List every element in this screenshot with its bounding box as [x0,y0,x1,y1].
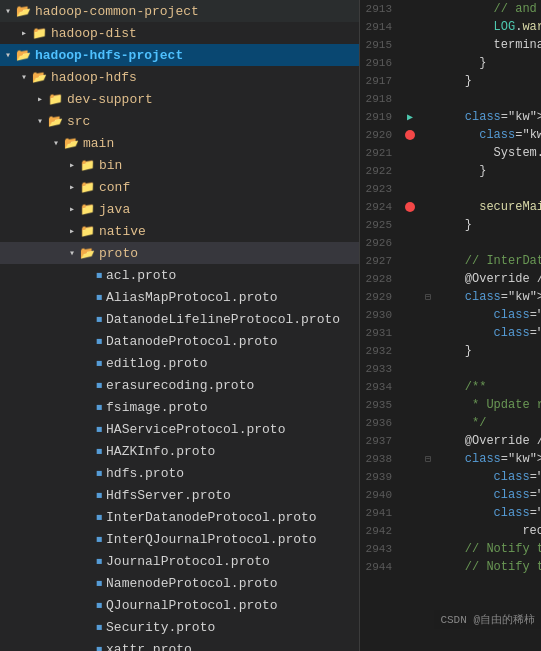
code-line: 2933 [360,360,541,378]
tree-item-DatanodeLifelineProtocol.proto[interactable]: ◼DatanodeLifelineProtocol.proto [0,308,359,330]
item-label: hadoop-common-project [35,4,199,19]
tree-item-InterDatanodeProtocol.proto[interactable]: ◼InterDatanodeProtocol.proto [0,506,359,528]
line-number: 2943 [360,543,400,555]
tree-item-bin[interactable]: ▸📁bin [0,154,359,176]
code-line: 2917 } [360,72,541,90]
line-number: 2941 [360,507,400,519]
tree-item-editlog.proto[interactable]: ◼editlog.proto [0,352,359,374]
code-text: class="kw">if (DFSUtil [436,128,541,142]
tree-item-fsimage.proto[interactable]: ◼fsimage.proto [0,396,359,418]
code-text: } [436,74,541,88]
code-text: } [436,344,541,358]
tree-item-main[interactable]: ▾📂main [0,132,359,154]
tree-item-AliasMapProtocol.proto[interactable]: ◼AliasMapProtocol.proto [0,286,359,308]
code-line: 2942 recove [360,522,541,540]
code-text: class="kw">public Replic [436,290,541,304]
code-text: // and Da [436,2,541,16]
tree-item-native[interactable]: ▸📁native [0,220,359,242]
tree-item-erasurecoding.proto[interactable]: ◼erasurecoding.proto [0,374,359,396]
tree-item-HdfsServer.proto[interactable]: ◼HdfsServer.proto [0,484,359,506]
item-label: QJournalProtocol.proto [106,598,278,613]
code-line: 2940 class="kw">throws IO [360,486,541,504]
tree-item-hadoop-hdfs-project[interactable]: ▾📂hadoop-hdfs-project [0,44,359,66]
tree-item-Security.proto[interactable]: ◼Security.proto [0,616,359,638]
folder-icon: 📂 [80,246,95,261]
code-line: 2944 // Notify to [360,558,541,576]
file-icon: ◼ [96,445,102,457]
code-text: class="kw">throws IO [436,488,541,502]
line-number: 2934 [360,381,400,393]
code-text: secureMain( [436,200,541,214]
file-icon: ◼ [96,269,102,281]
code-text: class="kw">public String [436,452,541,466]
tree-item-java[interactable]: ▸📁java [0,198,359,220]
code-line: 2939 class="kw">final lon [360,468,541,486]
tree-item-NamenodeProtocol.proto[interactable]: ◼NamenodeProtocol.proto [0,572,359,594]
code-line: 2930 class="kw">throws IO [360,306,541,324]
item-label: JournalProtocol.proto [106,554,270,569]
code-line: 2938⊟ class="kw">public String [360,450,541,468]
code-text: // Notify to [436,542,541,556]
file-icon: ◼ [96,291,102,303]
item-label: Security.proto [106,620,215,635]
line-number: 2924 [360,201,400,213]
line-number: 2931 [360,327,400,339]
line-number: 2938 [360,453,400,465]
code-line: 2931 class="kw">return dat [360,324,541,342]
tree-item-hdfs.proto[interactable]: ◼hdfs.proto [0,462,359,484]
code-line: 2919▶ class="kw">public class="kw">stati… [360,108,541,126]
arrow-icon: ▸ [16,27,32,39]
item-label: proto [99,246,138,261]
item-label: InterDatanodeProtocol.proto [106,510,317,525]
code-line: 2943 // Notify to [360,540,541,558]
code-editor: 2913 // and Da2914 LOG.warn(2915 termina… [360,0,541,651]
tree-item-proto[interactable]: ▾📂proto [0,242,359,264]
line-number: 2918 [360,93,400,105]
code-line: 2923 [360,180,541,198]
code-text: // InterDataN [436,254,541,268]
folder-icon: 📁 [80,202,95,217]
tree-item-InterQJournalProtocol.proto[interactable]: ◼InterQJournalProtocol.proto [0,528,359,550]
tree-item-acl.proto[interactable]: ◼acl.proto [0,264,359,286]
line-number: 2921 [360,147,400,159]
file-icon: ◼ [96,533,102,545]
tree-item-HAZKInfo.proto[interactable]: ◼HAZKInfo.proto [0,440,359,462]
tree-item-xattr.proto[interactable]: ◼xattr.proto [0,638,359,651]
line-number: 2919 [360,111,400,123]
file-icon: ◼ [96,401,102,413]
folder-icon: 📁 [80,224,95,239]
tree-item-DatanodeProtocol.proto[interactable]: ◼DatanodeProtocol.proto [0,330,359,352]
code-text: @Override // [436,272,541,286]
file-icon: ◼ [96,643,102,651]
tree-item-HAServiceProtocol.proto[interactable]: ◼HAServiceProtocol.proto [0,418,359,440]
arrow-icon: ▾ [0,49,16,61]
code-line: 2918 [360,90,541,108]
tree-item-hadoop-common-project[interactable]: ▾📂hadoop-common-project [0,0,359,22]
line-number: 2930 [360,309,400,321]
line-number: 2935 [360,399,400,411]
tree-item-dev-support[interactable]: ▸📁dev-support [0,88,359,110]
tree-item-hadoop-dist[interactable]: ▸📁hadoop-dist [0,22,359,44]
item-label: src [67,114,90,129]
file-icon: ◼ [96,335,102,347]
file-icon: ◼ [96,467,102,479]
tree-item-hadoop-hdfs[interactable]: ▾📂hadoop-hdfs [0,66,359,88]
code-line: 2929⊟ class="kw">public Replic [360,288,541,306]
item-label: InterQJournalProtocol.proto [106,532,317,547]
tree-item-conf[interactable]: ▸📁conf [0,176,359,198]
file-icon: ◼ [96,379,102,391]
item-label: bin [99,158,122,173]
line-number: 2925 [360,219,400,231]
item-label: hadoop-dist [51,26,137,41]
file-icon: ◼ [96,489,102,501]
item-label: dev-support [67,92,153,107]
code-line: 2935 * Update rep [360,396,541,414]
file-icon: ◼ [96,577,102,589]
tree-item-QJournalProtocol.proto[interactable]: ◼QJournalProtocol.proto [0,594,359,616]
tree-item-src[interactable]: ▾📂src [0,110,359,132]
tree-item-JournalProtocol.proto[interactable]: ◼JournalProtocol.proto [0,550,359,572]
code-line: 2920 class="kw">if (DFSUtil [360,126,541,144]
code-line: 2915 terminate [360,36,541,54]
item-label: acl.proto [106,268,176,283]
code-line: 2913 // and Da [360,0,541,18]
